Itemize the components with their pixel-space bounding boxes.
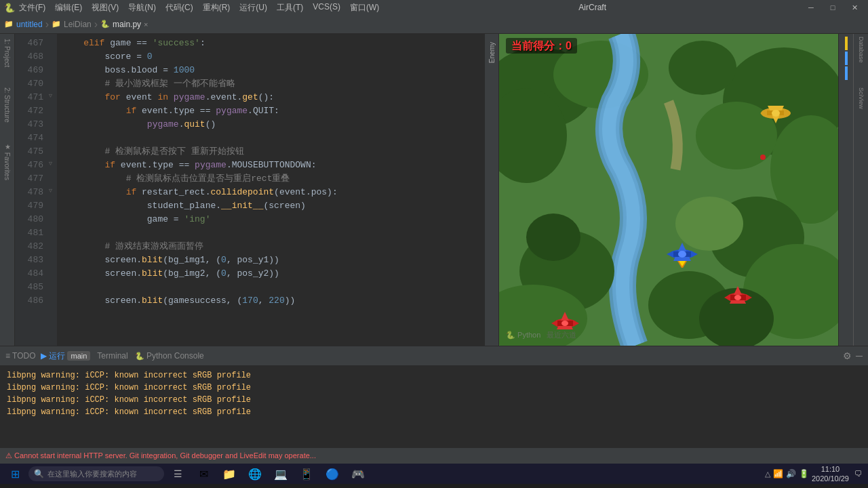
menu-nav[interactable]: 导航(N) (124, 1, 160, 15)
python-console-tab[interactable]: 🐍 Python Console (135, 351, 204, 361)
close-button[interactable]: ✕ (845, 2, 864, 13)
taskbar-search[interactable]: 🔍 在这里输入你要搜索的内容 (28, 466, 164, 481)
menu-file[interactable]: 文件(F) (15, 1, 50, 15)
menu-code[interactable]: 代码(C) (161, 1, 197, 15)
enemy-dot-1 (760, 151, 766, 163)
svg-point-28 (678, 251, 686, 258)
game-panel: 当前得分：0 (499, 34, 838, 346)
charm-database[interactable]: Database (858, 37, 865, 63)
minimize-panel-icon[interactable]: ─ (856, 350, 863, 361)
breadcrumb: 📁 untitled › 📁 LeiDian › 🐍 main.py × (0, 18, 153, 30)
taskbar-edge-icon[interactable]: 🌐 (243, 464, 267, 484)
minimize-button[interactable]: ─ (802, 2, 821, 13)
run-label: 运行 (49, 350, 65, 362)
file-icon: 🐍 (100, 20, 110, 28)
code-line-470: # 最小游戏框架 一个都不能省略 (62, 77, 479, 91)
phone-icon: 📱 (300, 468, 313, 481)
code-line-472: if event.type == pygame.QUIT: (62, 104, 479, 118)
notification-icon[interactable]: 🗨 (854, 469, 863, 479)
svg-marker-35 (746, 294, 752, 301)
svg-point-21 (772, 110, 780, 117)
taskbar-phone-icon[interactable]: 📱 (294, 464, 319, 484)
game-background (499, 34, 838, 346)
svg-point-42 (561, 321, 568, 326)
taskbar-pycharm-icon[interactable]: 💻 (269, 464, 293, 484)
file-tab[interactable]: main.py (113, 20, 141, 29)
player-plane-1 (665, 241, 699, 270)
right-indicator-2 (845, 52, 848, 65)
search-icon: 🔍 (34, 469, 44, 479)
tray-expand-icon[interactable]: △ (765, 470, 770, 479)
start-button[interactable]: ⊞ (3, 464, 27, 484)
network-icon: 📶 (773, 469, 783, 479)
sidebar-item-structure[interactable]: 2: Structure (1, 85, 13, 125)
code-editor[interactable]: elif game == 'success': score = 0 boss.b… (57, 34, 484, 346)
bottom-controls: ⚙ ─ (843, 350, 863, 361)
structure-label: Enemy (488, 42, 496, 63)
task-view-button[interactable]: ☰ (165, 464, 190, 484)
boss-plane (757, 98, 794, 125)
project-tab[interactable]: untitled (16, 20, 43, 29)
folder-icon: 📁 (52, 20, 61, 28)
clock-time: 11:10 (812, 464, 849, 474)
folder-tab[interactable]: LeiDian (64, 20, 92, 29)
volume-icon: 🔊 (786, 469, 796, 479)
code-line-481 (62, 226, 479, 240)
code-line-482: # 游戏结束游戏画面暂停 (62, 240, 479, 253)
taskbar-explorer-icon[interactable]: 📁 (217, 464, 241, 484)
menu-vcs[interactable]: VCS(S) (309, 1, 344, 15)
svg-marker-27 (691, 251, 698, 258)
taskbar-clock: 11:10 2020/10/29 (812, 464, 849, 483)
charm-sciview[interactable]: SciView (858, 87, 865, 109)
maximize-button[interactable]: □ (823, 2, 842, 13)
sidebar-item-favorites[interactable]: ★ Favorites (1, 141, 13, 182)
svg-marker-34 (724, 294, 730, 301)
code-line-475: # 检测鼠标是否按下 重新开始按钮 (62, 145, 479, 159)
menu-run[interactable]: 运行(U) (235, 1, 271, 15)
right-sidebar (838, 34, 853, 346)
svg-point-22 (760, 155, 766, 160)
game-window-titlebar: AirCraft (383, 3, 802, 12)
taskbar-mail-icon[interactable]: ✉ (191, 464, 216, 484)
terminal-line-4: libpng warning: iCCP: known incorrect sR… (7, 406, 861, 418)
score-text: 当前得分：0 (506, 38, 577, 54)
mail-icon: ✉ (199, 468, 208, 481)
code-container: 467468469470 471472473474 475476477478 4… (15, 34, 484, 346)
search-placeholder: 在这里输入你要搜索的内容 (47, 469, 137, 479)
file-tab-close[interactable]: × (144, 20, 148, 28)
game-icon: 🎮 (351, 468, 365, 481)
code-line-473: pygame.quit() (62, 118, 479, 131)
run-tab[interactable]: ▶ 运行 main (41, 350, 90, 362)
system-tray: △ 📶 🔊 🔋 11:10 2020/10/29 🗨 (765, 464, 865, 483)
terminal-tab[interactable]: Terminal (97, 351, 127, 361)
menu-tools[interactable]: 工具(T) (273, 1, 307, 15)
code-line-483: screen.blit(bg_img1, (0, pos_y1)) (62, 253, 479, 267)
pycharm-icon: 💻 (274, 468, 288, 481)
editor-tab-bar: 📁 untitled › 📁 LeiDian › 🐍 main.py × (0, 15, 868, 34)
score-display: 当前得分：0 (506, 39, 577, 54)
windows-logo-icon: ⊞ (11, 468, 20, 481)
menu-edit[interactable]: 编辑(E) (51, 1, 86, 15)
windows-taskbar: ⊞ 🔍 在这里输入你要搜索的内容 ☰ ✉ 📁 🌐 💻 📱 🔵 🎮 △ 📶 🔊 🔋… (0, 464, 868, 484)
taskbar-game-icon[interactable]: 🎮 (346, 464, 370, 484)
structure-sidebar: Enemy (484, 34, 499, 346)
menu-window[interactable]: 窗口(W) (346, 1, 383, 15)
title-bar: 🐍 文件(F) 编辑(E) 视图(V) 导航(N) 代码(C) 重构(R) 运行… (0, 0, 868, 15)
settings-icon[interactable]: ⚙ (843, 350, 852, 361)
folder-icon: 📁 (222, 468, 236, 481)
svg-point-36 (734, 295, 741, 300)
terminal-output: libpng warning: iCCP: known incorrect sR… (0, 365, 868, 422)
bottom-panel: ≡ TODO ▶ 运行 main Terminal 🐍 Python Conso… (0, 346, 868, 447)
clock-date: 2020/10/29 (812, 474, 849, 483)
code-line-477: # 检测鼠标点击位置是否与重启rect重叠 (62, 172, 479, 186)
svg-marker-26 (667, 251, 673, 258)
chrome-icon: 🔵 (326, 468, 339, 481)
code-line-480: game = 'ing' (62, 213, 479, 226)
menu-view[interactable]: 视图(V) (87, 1, 123, 15)
menu-refactor[interactable]: 重构(R) (199, 1, 235, 15)
python-icon: 🐍 (135, 352, 144, 360)
player-plane-2 (723, 285, 753, 313)
sidebar-item-project[interactable]: 1: Project (1, 37, 13, 69)
taskbar-chrome-icon[interactable]: 🔵 (320, 464, 344, 484)
todo-tab[interactable]: ≡ TODO (5, 351, 35, 361)
